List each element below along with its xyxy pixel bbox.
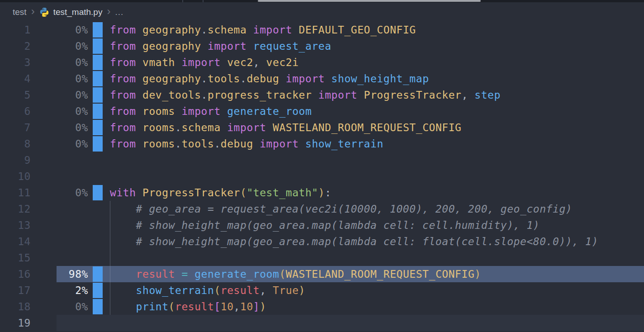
code-line[interactable]: 70%from rooms.schema import WASTELAND_RO… [0, 119, 644, 136]
line-number[interactable]: 17 [0, 282, 31, 299]
code-text: from rooms.tools.debug import show_terra… [110, 136, 384, 152]
code-line[interactable]: 30%from vmath import vec2, vec2i [0, 54, 644, 71]
code-token: from [110, 122, 136, 133]
breadcrumb-file[interactable]: test_math.py [53, 7, 103, 17]
code-token: request_area [253, 40, 331, 52]
coverage-marker [93, 38, 103, 54]
code-line[interactable]: 19 [0, 315, 644, 331]
code-token: schema [208, 24, 246, 36]
code-token [221, 57, 227, 68]
line-number[interactable]: 3 [0, 54, 31, 71]
tab-strip [0, 0, 644, 2]
code-token: 10 [221, 301, 234, 313]
coverage-marker [93, 87, 103, 103]
code-token: ( [279, 268, 285, 280]
current-line-highlight [57, 315, 644, 331]
code-token: ) [299, 285, 305, 296]
code-line[interactable]: 15 [0, 250, 644, 266]
code-token [188, 268, 194, 280]
code-line[interactable]: 1698% result = generate_room(WASTELAND_R… [0, 266, 644, 282]
coverage-marker [93, 266, 103, 282]
code-token: . [201, 73, 208, 85]
code-token: True [273, 285, 299, 296]
code-token [136, 24, 142, 36]
line-number[interactable]: 12 [0, 201, 31, 217]
code-token: result [136, 268, 175, 280]
line-number[interactable]: 6 [0, 103, 31, 119]
code-line[interactable]: 60%from rooms import generate_room [0, 103, 644, 119]
code-token: WASTELAND_ROOM_REQUEST_CONFIG [286, 268, 475, 280]
coverage-percent: 0% [31, 103, 88, 119]
line-number[interactable]: 4 [0, 71, 31, 87]
breadcrumb-folder[interactable]: test [13, 7, 27, 17]
code-line[interactable]: 110%with ProgressTracker("test_math"): [0, 185, 644, 201]
code-token [221, 105, 227, 117]
coverage-marker [93, 104, 103, 119]
code-line[interactable]: 80%from rooms.tools.debug import show_te… [0, 136, 644, 152]
code-text: from geography.schema import DEFAULT_GEO… [110, 22, 416, 38]
code-text: # geo_area = request_area(vec2i(10000, 1… [110, 201, 572, 217]
line-number[interactable]: 18 [0, 299, 31, 315]
code-line[interactable]: 12 # geo_area = request_area(vec2i(10000… [0, 201, 644, 217]
code-token: geography [142, 73, 201, 85]
code-line[interactable]: 50%from dev_tools.progress_tracker impor… [0, 87, 644, 103]
line-number[interactable]: 10 [0, 168, 31, 185]
code-token: . [201, 24, 208, 36]
python-icon [39, 7, 49, 17]
line-number[interactable]: 16 [0, 266, 31, 282]
code-line[interactable]: 13 # show_height_map(geo_area.map(lambda… [0, 217, 644, 233]
code-text: result = generate_room(WASTELAND_ROOM_RE… [110, 266, 481, 282]
code-line[interactable]: 40%from geography.tools.debug import sho… [0, 71, 644, 87]
code-token: rooms [142, 105, 175, 117]
coverage-marker [93, 55, 103, 70]
code-token [136, 138, 142, 150]
code-token: [ [214, 301, 220, 313]
code-line[interactable]: 10%from geography.schema import DEFAULT_… [0, 22, 644, 38]
line-number[interactable]: 9 [0, 152, 31, 168]
code-line[interactable]: 14 # show_height_map(geo_area.map(lambda… [0, 233, 644, 250]
line-number[interactable]: 1 [0, 22, 31, 38]
code-token: rooms [142, 138, 175, 150]
code-token: from [110, 73, 136, 85]
code-token: tools [208, 73, 240, 85]
line-number[interactable]: 5 [0, 87, 31, 103]
line-number[interactable]: 2 [0, 38, 31, 54]
code-token: . [214, 138, 220, 150]
horizontal-scrollbar[interactable] [258, 0, 481, 2]
indent-guide [110, 250, 110, 266]
code-line[interactable]: 9 [0, 152, 644, 168]
line-number[interactable]: 15 [0, 250, 31, 266]
code-token [175, 268, 181, 280]
code-token: : [325, 187, 331, 199]
code-token: import [181, 105, 220, 117]
code-token [357, 89, 364, 101]
coverage-percent: 0% [31, 87, 88, 103]
code-token: generate_room [194, 268, 279, 280]
line-number[interactable]: 8 [0, 136, 31, 152]
code-token: ( [240, 187, 246, 199]
code-line[interactable]: 20%from geography import request_area [0, 38, 644, 54]
code-token [260, 57, 266, 68]
code-token: # show_height_map(geo_area.map(lambda ce… [110, 236, 598, 247]
code-line[interactable]: 10 [0, 168, 644, 185]
line-number[interactable]: 14 [0, 233, 31, 250]
code-token [136, 187, 142, 199]
code-token: DEFAULT_GEO_CONFIG [299, 24, 416, 36]
breadcrumb-symbol-ellipsis[interactable]: ... [115, 7, 123, 17]
code-token: from [110, 138, 136, 150]
code-token: , [462, 89, 468, 101]
code-token: from [110, 40, 136, 52]
line-number[interactable]: 13 [0, 217, 31, 233]
code-token: from [110, 105, 136, 117]
chevron-right-icon: › [107, 6, 110, 17]
code-line[interactable]: 172% show_terrain(result, True) [0, 282, 644, 299]
code-token: progress_tracker [208, 89, 312, 101]
tab-separator [182, 0, 183, 2]
line-number[interactable]: 11 [0, 185, 31, 201]
line-number[interactable]: 19 [0, 315, 31, 331]
code-token: show_height_map [331, 73, 429, 85]
line-number[interactable]: 7 [0, 119, 31, 136]
code-text: from geography import request_area [110, 38, 331, 54]
code-token [136, 105, 142, 117]
code-line[interactable]: 180% print(result[10,10]) [0, 299, 644, 315]
